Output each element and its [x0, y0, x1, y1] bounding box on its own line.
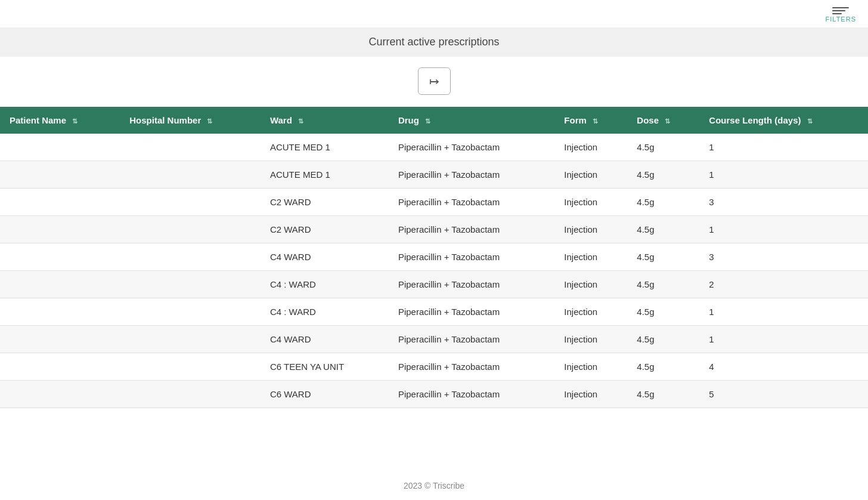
sort-arrows-ward[interactable]: ⇅ — [298, 118, 303, 125]
sort-arrows-form[interactable]: ⇅ — [593, 118, 598, 125]
prescriptions-table-container: Patient Name ⇅ Hospital Number ⇅ Ward ⇅ … — [0, 101, 868, 408]
cell-row3-col4: Injection — [554, 216, 627, 243]
cell-row2-col2: C2 WARD — [261, 189, 389, 216]
cell-row4-col4: Injection — [554, 243, 627, 271]
table-row[interactable]: ACUTE MED 1Piperacillin + TazobactamInje… — [0, 161, 868, 189]
cell-row1-col2: ACUTE MED 1 — [261, 161, 389, 189]
cell-row6-col0 — [0, 298, 120, 326]
export-icon: ↦ — [429, 74, 439, 88]
col-header-form[interactable]: Form ⇅ — [554, 107, 627, 134]
cell-row5-col1 — [120, 271, 261, 298]
cell-row0-col4: Injection — [554, 134, 627, 161]
cell-row6-col2: C4 : WARD — [261, 298, 389, 326]
cell-row2-col1 — [120, 189, 261, 216]
sort-arrows-patient-name[interactable]: ⇅ — [72, 118, 78, 125]
cell-row2-col6: 3 — [699, 189, 868, 216]
cell-row5-col4: Injection — [554, 271, 627, 298]
cell-row6-col4: Injection — [554, 298, 627, 326]
cell-row5-col2: C4 : WARD — [261, 271, 389, 298]
cell-row8-col3: Piperacillin + Tazobactam — [389, 353, 554, 381]
cell-row2-col4: Injection — [554, 189, 627, 216]
table-row[interactable]: C6 WARDPiperacillin + TazobactamInjectio… — [0, 381, 868, 408]
cell-row1-col5: 4.5g — [627, 161, 699, 189]
cell-row6-col1 — [120, 298, 261, 326]
cell-row1-col3: Piperacillin + Tazobactam — [389, 161, 554, 189]
cell-row0-col1 — [120, 134, 261, 161]
cell-row5-col0 — [0, 271, 120, 298]
table-row[interactable]: C4 : WARDPiperacillin + TazobactamInject… — [0, 298, 868, 326]
cell-row1-col1 — [120, 161, 261, 189]
cell-row8-col0 — [0, 353, 120, 381]
sort-arrows-drug[interactable]: ⇅ — [425, 118, 430, 125]
col-header-course-length[interactable]: Course Length (days) ⇅ — [699, 107, 868, 134]
col-header-dose[interactable]: Dose ⇅ — [627, 107, 699, 134]
table-body: ACUTE MED 1Piperacillin + TazobactamInje… — [0, 134, 868, 408]
cell-row9-col3: Piperacillin + Tazobactam — [389, 381, 554, 408]
cell-row9-col6: 5 — [699, 381, 868, 408]
cell-row7-col4: Injection — [554, 326, 627, 353]
cell-row7-col3: Piperacillin + Tazobactam — [389, 326, 554, 353]
cell-row9-col5: 4.5g — [627, 381, 699, 408]
cell-row3-col5: 4.5g — [627, 216, 699, 243]
filters-button[interactable]: FILTERS — [826, 7, 856, 23]
col-header-drug[interactable]: Drug ⇅ — [389, 107, 554, 134]
cell-row9-col2: C6 WARD — [261, 381, 389, 408]
cell-row4-col5: 4.5g — [627, 243, 699, 271]
cell-row8-col6: 4 — [699, 353, 868, 381]
cell-row3-col0 — [0, 216, 120, 243]
cell-row0-col2: ACUTE MED 1 — [261, 134, 389, 161]
cell-row2-col3: Piperacillin + Tazobactam — [389, 189, 554, 216]
col-header-hospital-number[interactable]: Hospital Number ⇅ — [120, 107, 261, 134]
cell-row6-col5: 4.5g — [627, 298, 699, 326]
filters-icon — [832, 7, 849, 14]
cell-row0-col3: Piperacillin + Tazobactam — [389, 134, 554, 161]
cell-row2-col0 — [0, 189, 120, 216]
cell-row7-col0 — [0, 326, 120, 353]
cell-row1-col4: Injection — [554, 161, 627, 189]
cell-row3-col2: C2 WARD — [261, 216, 389, 243]
top-bar: FILTERS — [0, 0, 868, 27]
cell-row9-col0 — [0, 381, 120, 408]
footer: 2023 © Triscribe — [0, 471, 868, 500]
cell-row5-col5: 4.5g — [627, 271, 699, 298]
col-header-ward[interactable]: Ward ⇅ — [261, 107, 389, 134]
cell-row0-col0 — [0, 134, 120, 161]
table-row[interactable]: C2 WARDPiperacillin + TazobactamInjectio… — [0, 189, 868, 216]
table-row[interactable]: C4 WARDPiperacillin + TazobactamInjectio… — [0, 326, 868, 353]
export-btn-container: ↦ — [0, 57, 868, 101]
cell-row7-col6: 1 — [699, 326, 868, 353]
table-row[interactable]: C4 : WARDPiperacillin + TazobactamInject… — [0, 271, 868, 298]
cell-row9-col4: Injection — [554, 381, 627, 408]
cell-row4-col1 — [120, 243, 261, 271]
prescriptions-table: Patient Name ⇅ Hospital Number ⇅ Ward ⇅ … — [0, 107, 868, 408]
sort-arrows-course-length[interactable]: ⇅ — [807, 118, 813, 125]
sort-arrows-hospital-number[interactable]: ⇅ — [207, 118, 212, 125]
cell-row1-col0 — [0, 161, 120, 189]
cell-row7-col2: C4 WARD — [261, 326, 389, 353]
cell-row0-col6: 1 — [699, 134, 868, 161]
cell-row4-col3: Piperacillin + Tazobactam — [389, 243, 554, 271]
table-header-row: Patient Name ⇅ Hospital Number ⇅ Ward ⇅ … — [0, 107, 868, 134]
page-title: Current active prescriptions — [0, 27, 868, 57]
cell-row0-col5: 4.5g — [627, 134, 699, 161]
table-row[interactable]: C6 TEEN YA UNITPiperacillin + Tazobactam… — [0, 353, 868, 381]
cell-row4-col0 — [0, 243, 120, 271]
cell-row8-col5: 4.5g — [627, 353, 699, 381]
cell-row8-col2: C6 TEEN YA UNIT — [261, 353, 389, 381]
col-header-patient-name[interactable]: Patient Name ⇅ — [0, 107, 120, 134]
cell-row8-col1 — [120, 353, 261, 381]
table-row[interactable]: C4 WARDPiperacillin + TazobactamInjectio… — [0, 243, 868, 271]
cell-row8-col4: Injection — [554, 353, 627, 381]
table-row[interactable]: ACUTE MED 1Piperacillin + TazobactamInje… — [0, 134, 868, 161]
cell-row4-col2: C4 WARD — [261, 243, 389, 271]
table-row[interactable]: C2 WARDPiperacillin + TazobactamInjectio… — [0, 216, 868, 243]
cell-row9-col1 — [120, 381, 261, 408]
cell-row3-col3: Piperacillin + Tazobactam — [389, 216, 554, 243]
cell-row3-col6: 1 — [699, 216, 868, 243]
sort-arrows-dose[interactable]: ⇅ — [665, 118, 670, 125]
export-button[interactable]: ↦ — [418, 67, 451, 95]
cell-row5-col3: Piperacillin + Tazobactam — [389, 271, 554, 298]
cell-row5-col6: 2 — [699, 271, 868, 298]
filters-label: FILTERS — [826, 16, 856, 23]
cell-row7-col5: 4.5g — [627, 326, 699, 353]
